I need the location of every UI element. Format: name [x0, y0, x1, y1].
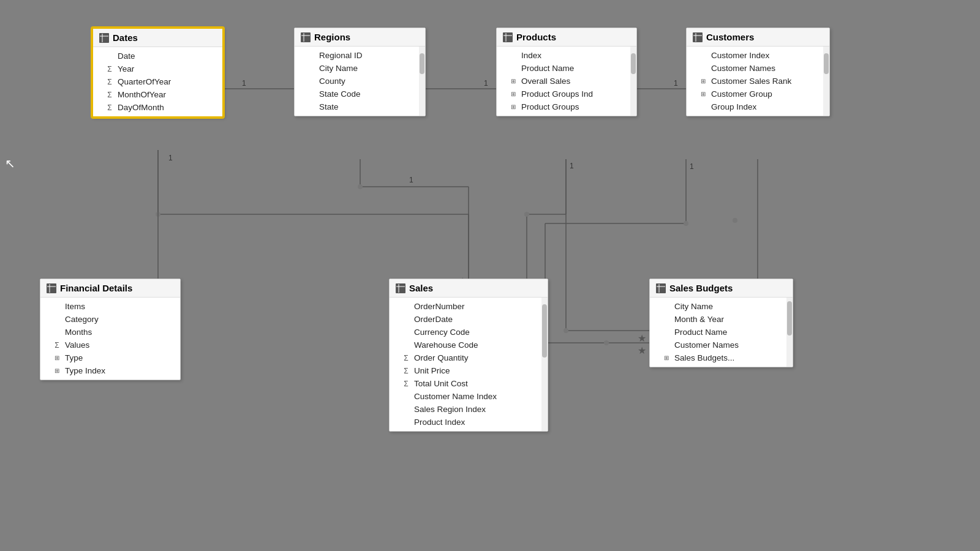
field-category: Category: [40, 313, 180, 326]
field-sb-customer-names: Customer Names: [650, 339, 793, 351]
table-sales-budgets-body: City Name Month & Year Product Name Cust…: [650, 298, 793, 367]
svg-text:1: 1: [570, 162, 574, 170]
table-customers[interactable]: Customers Customer Index Customer Names …: [686, 28, 830, 116]
table-customers-body: Customer Index Customer Names ⊞ Customer…: [687, 47, 829, 116]
table-financial-icon: [47, 283, 56, 293]
field-product-index: Product Index: [390, 416, 548, 429]
cursor: ↖: [5, 156, 15, 171]
field-type-index: ⊞ Type Index: [40, 364, 180, 377]
svg-text:1: 1: [484, 79, 488, 88]
field-currency-code: Currency Code: [390, 326, 548, 339]
table-regions[interactable]: Regions Regional ID City Name County Sta…: [294, 28, 426, 116]
table-sales-budgets-title: Sales Budgets: [669, 283, 733, 293]
table-customers-icon: [693, 32, 703, 42]
field-customer-sales-rank: ⊞ Customer Sales Rank: [687, 75, 829, 88]
table-dates-title: Dates: [113, 32, 138, 43]
field-state: State: [295, 100, 425, 113]
field-items: Items: [40, 300, 180, 313]
svg-rect-44: [100, 34, 108, 42]
svg-text:★: ★: [638, 345, 646, 356]
field-date-label: Date: [118, 51, 135, 61]
table-dates-header: Dates: [93, 29, 222, 47]
field-regional-id: Regional ID: [295, 49, 425, 62]
svg-point-28: [564, 328, 568, 333]
field-total-unit-cost: Σ Total Unit Cost: [390, 377, 548, 390]
field-qoy-icon: Σ: [105, 78, 114, 86]
table-financial-header: Financial Details: [40, 279, 180, 298]
svg-rect-47: [301, 33, 310, 42]
table-sales-icon: [396, 283, 405, 293]
field-order-date: OrderDate: [390, 313, 548, 326]
field-date: Date: [93, 50, 222, 62]
field-product-name: Product Name: [497, 62, 636, 75]
table-products-title: Products: [516, 32, 556, 42]
table-sales-body: OrderNumber OrderDate Currency Code Ware…: [390, 298, 548, 431]
field-sb-sales-budgets: ⊞ Sales Budgets...: [650, 351, 793, 364]
field-unit-price: Σ Unit Price: [390, 364, 548, 377]
svg-point-9: [358, 184, 363, 189]
table-products-icon: [503, 32, 513, 42]
svg-text:1: 1: [168, 154, 173, 162]
svg-rect-50: [503, 33, 512, 42]
field-group-index: Group Index: [687, 100, 829, 113]
field-values: Σ Values: [40, 339, 180, 351]
table-financial-body: Items Category Months Σ Values ⊞ Type ⊞ …: [40, 298, 180, 380]
field-product-groups-ind: ⊞ Product Groups Ind: [497, 88, 636, 100]
field-sb-month-year: Month & Year: [650, 313, 793, 326]
field-quarterofyear: Σ QuarterOfYear: [93, 75, 222, 88]
svg-rect-62: [657, 284, 665, 293]
table-regions-body: Regional ID City Name County State Code …: [295, 47, 425, 116]
svg-text:1: 1: [674, 79, 678, 88]
table-products[interactable]: Products Index Product Name ⊞ Overall Sa…: [496, 28, 637, 116]
field-customer-names: Customer Names: [687, 62, 829, 75]
field-product-groups: ⊞ Product Groups: [497, 100, 636, 113]
field-type: ⊞ Type: [40, 351, 180, 364]
table-regions-icon: [301, 32, 311, 42]
field-moy-icon: Σ: [105, 91, 114, 99]
field-dom-label: DayOfMonth: [118, 103, 164, 112]
field-customer-group: ⊞ Customer Group: [687, 88, 829, 100]
table-sales-title: Sales: [409, 283, 433, 293]
svg-text:★: ★: [638, 333, 646, 343]
field-qoy-label: QuarterOfYear: [118, 77, 171, 86]
field-year: Σ Year: [93, 62, 222, 75]
field-year-icon: Σ: [105, 65, 114, 73]
field-monthofyear: Σ MonthOfYear: [93, 88, 222, 101]
table-regions-header: Regions: [295, 28, 425, 47]
svg-rect-59: [396, 284, 405, 293]
table-dates[interactable]: Dates Date Σ Year Σ QuarterOfYear Σ Mont…: [92, 28, 224, 118]
diagram-canvas: ★ 1 1 1 ★ ★ ★ 1 ★ 1 ★ ★: [0, 0, 980, 551]
table-customers-header: Customers: [687, 28, 829, 47]
svg-text:1: 1: [690, 162, 694, 171]
field-order-number: OrderNumber: [390, 300, 548, 313]
svg-text:1: 1: [242, 79, 246, 88]
table-financial-title: Financial Details: [60, 283, 132, 293]
svg-rect-53: [693, 33, 702, 42]
field-dayofmonth: Σ DayOfMonth: [93, 101, 222, 114]
svg-point-3: [156, 212, 160, 217]
field-customer-index: Customer Index: [687, 49, 829, 62]
table-sales[interactable]: Sales OrderNumber OrderDate Currency Cod…: [389, 279, 548, 432]
field-overall-sales: ⊞ Overall Sales: [497, 75, 636, 88]
field-city-name: City Name: [295, 62, 425, 75]
field-moy-label: MonthOfYear: [118, 90, 166, 99]
field-sb-product-name: Product Name: [650, 326, 793, 339]
table-sales-budgets-header: Sales Budgets: [650, 279, 793, 298]
field-date-icon: [105, 52, 114, 61]
field-customer-name-index: Customer Name Index: [390, 390, 548, 403]
field-state-code: State Code: [295, 88, 425, 100]
field-months: Months: [40, 326, 180, 339]
table-products-header: Products: [497, 28, 636, 47]
table-financial-details[interactable]: Financial Details Items Category Months …: [40, 279, 181, 380]
field-products-index: Index: [497, 49, 636, 62]
field-year-label: Year: [118, 64, 134, 73]
svg-point-24: [684, 221, 688, 226]
field-warehouse-code: Warehouse Code: [390, 339, 548, 351]
svg-point-34: [733, 218, 737, 223]
table-sales-budgets[interactable]: Sales Budgets City Name Month & Year Pro…: [649, 279, 793, 367]
svg-point-18: [524, 212, 529, 217]
table-sales-budgets-icon: [656, 283, 666, 293]
table-dates-body: Date Σ Year Σ QuarterOfYear Σ MonthOfYea…: [93, 47, 222, 116]
table-dates-icon: [99, 33, 109, 43]
table-customers-title: Customers: [706, 32, 754, 42]
